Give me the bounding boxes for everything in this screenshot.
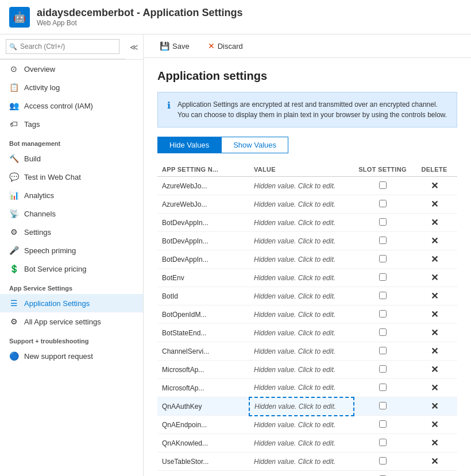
slot-checkbox[interactable] (379, 200, 387, 207)
slot-checkbox[interactable] (379, 255, 387, 262)
sidebar-item-bot-service-pricing[interactable]: 💲 Bot Service pricing (0, 260, 143, 278)
sidebar-item-activity-log[interactable]: 📋 Activity log (0, 78, 143, 96)
cell-name[interactable]: UseTableStor... (157, 452, 249, 471)
sidebar-item-tags[interactable]: 🏷 Tags (0, 115, 143, 133)
cell-value[interactable]: Hidden value. Click to edit. (249, 269, 354, 287)
slot-checkbox[interactable] (379, 218, 387, 226)
cell-name[interactable]: BotId (157, 287, 249, 305)
cell-slot[interactable] (354, 195, 411, 214)
cell-delete[interactable]: ✕ (411, 342, 457, 361)
cell-delete[interactable]: ✕ (411, 397, 457, 416)
cell-value[interactable]: Hidden value. Click to edit. (249, 250, 354, 269)
cell-delete[interactable]: ✕ (411, 471, 457, 477)
cell-delete[interactable]: ✕ (411, 305, 457, 324)
cell-name[interactable]: BotDevAppIn... (157, 250, 249, 269)
sidebar-item-build[interactable]: 🔨 Build (0, 149, 143, 168)
cell-name[interactable]: AzureWebJo... (157, 177, 249, 195)
cell-value[interactable]: Hidden value. Click to edit. (249, 379, 354, 397)
sidebar-item-speech-priming[interactable]: 🎤 Speech priming (0, 241, 143, 260)
sidebar-item-test-web-chat[interactable]: 💬 Test in Web Chat (0, 168, 143, 186)
cell-slot[interactable] (354, 361, 411, 379)
slot-checkbox[interactable] (379, 384, 387, 391)
cell-value[interactable]: Hidden value. Click to edit. (249, 416, 354, 434)
cell-delete[interactable]: ✕ (411, 452, 457, 471)
cell-slot[interactable] (354, 287, 411, 305)
sidebar-collapse-btn[interactable]: ≪ (125, 38, 143, 56)
hide-values-button[interactable]: Hide Values (157, 137, 221, 153)
cell-delete[interactable]: ✕ (411, 177, 457, 195)
cell-value[interactable]: Hidden value. Click to edit. (249, 287, 354, 305)
slot-checkbox[interactable] (379, 439, 387, 446)
cell-name[interactable]: WEBSITE_NO... (157, 471, 249, 477)
cell-name[interactable]: ChannelServi... (157, 342, 249, 361)
cell-delete[interactable]: ✕ (411, 416, 457, 434)
cell-slot[interactable] (354, 324, 411, 342)
slot-checkbox[interactable] (379, 181, 387, 189)
sidebar-item-new-support-request[interactable]: 🔵 New support request (0, 347, 143, 365)
cell-value[interactable]: Hidden value. Click to edit. (249, 342, 354, 361)
cell-value[interactable]: Hidden value. Click to edit. (249, 177, 354, 195)
cell-slot[interactable] (354, 452, 411, 471)
cell-value[interactable]: Hidden value. Click to edit. (249, 324, 354, 342)
slot-checkbox[interactable] (379, 365, 387, 373)
cell-delete[interactable]: ✕ (411, 434, 457, 452)
sidebar-item-application-settings[interactable]: ☰ Application Settings (0, 294, 143, 312)
slot-checkbox[interactable] (379, 273, 387, 281)
slot-checkbox[interactable] (379, 347, 387, 354)
cell-delete[interactable]: ✕ (411, 287, 457, 305)
cell-name[interactable]: MicrosoftAp... (157, 361, 249, 379)
sidebar-item-settings[interactable]: ⚙ Settings (0, 223, 143, 241)
sidebar-item-all-app-service-settings[interactable]: ⚙ All App service settings (0, 312, 143, 331)
cell-delete[interactable]: ✕ (411, 250, 457, 269)
cell-name[interactable]: BotOpenIdM... (157, 305, 249, 324)
sidebar-item-analytics[interactable]: 📊 Analytics (0, 186, 143, 204)
cell-slot[interactable] (354, 397, 411, 416)
cell-name[interactable]: AzureWebJo... (157, 195, 249, 214)
cell-name[interactable]: BotStateEnd... (157, 324, 249, 342)
cell-name[interactable]: BotDevAppIn... (157, 214, 249, 232)
slot-checkbox[interactable] (379, 237, 387, 244)
slot-checkbox[interactable] (379, 328, 387, 336)
slot-checkbox[interactable] (379, 420, 387, 428)
cell-slot[interactable] (354, 416, 411, 434)
cell-value[interactable]: Hidden value. Click to edit. (249, 434, 354, 452)
cell-name[interactable]: QnAEndpoin... (157, 416, 249, 434)
cell-delete[interactable]: ✕ (411, 361, 457, 379)
cell-value[interactable]: Hidden value. Click to edit. (249, 397, 354, 416)
cell-delete[interactable]: ✕ (411, 195, 457, 214)
cell-value[interactable]: Hidden value. Click to edit. (249, 471, 354, 477)
cell-delete[interactable]: ✕ (411, 269, 457, 287)
slot-checkbox[interactable] (379, 292, 387, 299)
cell-slot[interactable] (354, 269, 411, 287)
cell-name[interactable]: BotDevAppIn... (157, 232, 249, 250)
slot-checkbox[interactable] (379, 457, 387, 465)
sidebar-item-overview[interactable]: ⊙ Overview (0, 60, 143, 78)
cell-slot[interactable] (354, 471, 411, 477)
cell-value[interactable]: Hidden value. Click to edit. (249, 305, 354, 324)
cell-delete[interactable]: ✕ (411, 214, 457, 232)
cell-name[interactable]: MicrosoftAp... (157, 379, 249, 397)
cell-slot[interactable] (354, 379, 411, 397)
cell-slot[interactable] (354, 305, 411, 324)
cell-slot[interactable] (354, 250, 411, 269)
save-button[interactable]: 💾 Save (155, 39, 194, 53)
cell-value[interactable]: Hidden value. Click to edit. (249, 452, 354, 471)
cell-name[interactable]: BotEnv (157, 269, 249, 287)
cell-delete[interactable]: ✕ (411, 379, 457, 397)
sidebar-item-channels[interactable]: 📡 Channels (0, 204, 143, 223)
cell-slot[interactable] (354, 214, 411, 232)
cell-slot[interactable] (354, 177, 411, 195)
cell-delete[interactable]: ✕ (411, 232, 457, 250)
cell-value[interactable]: Hidden value. Click to edit. (249, 232, 354, 250)
cell-value[interactable]: Hidden value. Click to edit. (249, 195, 354, 214)
sidebar-item-access-control[interactable]: 👥 Access control (IAM) (0, 96, 143, 115)
slot-checkbox[interactable] (379, 402, 387, 409)
slot-checkbox[interactable] (379, 310, 387, 318)
show-values-button[interactable]: Show Values (221, 137, 288, 153)
cell-slot[interactable] (354, 342, 411, 361)
cell-name[interactable]: QnAKnowled... (157, 434, 249, 452)
discard-button[interactable]: ✕ Discard (203, 39, 248, 53)
cell-slot[interactable] (354, 232, 411, 250)
cell-slot[interactable] (354, 434, 411, 452)
cell-name[interactable]: QnAAuthKey (157, 397, 249, 416)
